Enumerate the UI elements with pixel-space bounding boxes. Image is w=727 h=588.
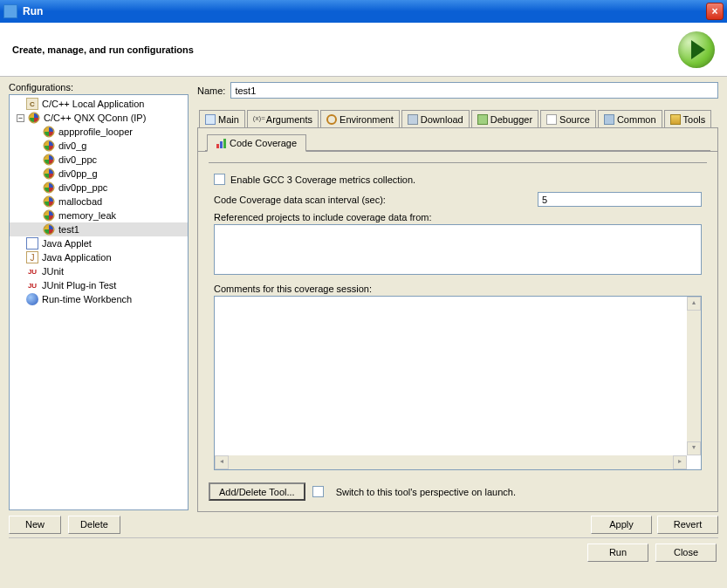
scroll-down-icon[interactable]: ▾	[687, 441, 701, 455]
revert-button[interactable]: Revert	[657, 516, 718, 534]
tool-icon	[670, 114, 681, 125]
tree-item-label: mallocbad	[58, 196, 102, 207]
tree-item-label: test1	[58, 224, 79, 235]
enable-coverage-checkbox[interactable]	[214, 174, 225, 185]
qnx-icon	[43, 223, 55, 236]
c-app-icon: C	[26, 98, 38, 110]
qnx-icon	[28, 112, 40, 124]
configurations-label: Configurations:	[9, 82, 189, 92]
junit-icon: JU	[26, 279, 38, 291]
tab-debugger[interactable]: Debugger	[471, 110, 538, 127]
tree-item[interactable]: −C/C++ QNX QConn (IP)	[10, 111, 188, 125]
qnx-icon	[43, 195, 55, 208]
delete-button[interactable]: Delete	[68, 516, 120, 534]
qnx-icon	[43, 181, 55, 194]
chart-icon	[216, 139, 226, 148]
tree-item[interactable]: div0_g	[10, 139, 188, 153]
tree-item-label: Java Application	[42, 252, 112, 263]
tree-item[interactable]: JUJUnit	[10, 264, 188, 278]
tree-item-label: div0_ppc	[58, 154, 97, 165]
arguments-icon: (x)=	[253, 114, 264, 125]
qnx-icon	[43, 140, 55, 152]
tree-item[interactable]: CC/C++ Local Application	[10, 97, 188, 111]
qnx-icon	[43, 154, 55, 166]
close-icon[interactable]: ×	[706, 3, 724, 20]
enable-coverage-label: Enable GCC 3 Coverage metrics collection…	[230, 174, 415, 185]
tab-label: Common	[617, 114, 656, 125]
qnx-icon	[43, 168, 55, 180]
tree-item[interactable]: JJava Application	[10, 250, 188, 264]
tab-source[interactable]: Source	[540, 110, 596, 127]
tree-item[interactable]: appprofile_looper	[10, 125, 188, 139]
tree-item-label: C/C++ QNX QConn (IP)	[44, 113, 146, 123]
tree-item-label: Run-time Workbench	[42, 294, 132, 304]
scroll-left-icon[interactable]: ◂	[215, 455, 229, 469]
tree-item[interactable]: div0pp_g	[10, 167, 188, 181]
tree-item-label: C/C++ Local Application	[42, 99, 144, 109]
header-text: Create, manage, and run configurations	[12, 44, 678, 55]
apply-button[interactable]: Apply	[591, 516, 652, 534]
tab-label: Source	[559, 114, 590, 125]
tree-item[interactable]: test1	[10, 222, 188, 236]
window-title: Run	[23, 5, 706, 17]
name-label: Name:	[197, 85, 225, 96]
switch-perspective-checkbox[interactable]	[312, 486, 324, 497]
collapse-icon[interactable]: −	[17, 114, 24, 122]
scroll-up-icon[interactable]: ▴	[687, 297, 701, 311]
tree-item[interactable]: Java Applet	[10, 236, 188, 250]
tree-item[interactable]: JUJUnit Plug-in Test	[10, 278, 188, 292]
tree-item-label: div0pp_ppc	[58, 182, 107, 193]
comments-textarea[interactable]: ▴ ▾ ◂ ▸	[214, 296, 702, 470]
tab-label: Arguments	[266, 114, 312, 125]
dialog-header: Create, manage, and run configurations	[0, 23, 727, 77]
com-icon	[604, 114, 614, 125]
run-icon	[678, 31, 715, 68]
title-bar: Run ×	[0, 0, 727, 23]
tree-item-label: appprofile_looper	[58, 126, 133, 137]
tree-item[interactable]: div0_ppc	[10, 153, 188, 167]
tab-download[interactable]: Download	[401, 110, 470, 127]
tree-item[interactable]: Run-time Workbench	[10, 292, 188, 306]
java-app-icon: J	[26, 251, 38, 263]
subtab-label: Code Coverage	[230, 138, 297, 148]
tab-label: Environment	[339, 114, 394, 125]
vertical-scrollbar[interactable]: ▴ ▾	[687, 297, 701, 455]
tab-bar: Main(x)=ArgumentsEnvironmentDownloadDebu…	[197, 109, 718, 128]
configurations-tree[interactable]: CC/C++ Local Application−C/C++ QNX QConn…	[9, 94, 189, 510]
new-button[interactable]: New	[9, 516, 61, 534]
tree-item-label: JUnit	[42, 266, 64, 277]
src-icon	[546, 114, 557, 125]
runtime-icon	[26, 293, 38, 305]
tab-common[interactable]: Common	[598, 110, 662, 127]
tab-content: Enable GCC 3 Coverage metrics collection…	[197, 152, 718, 512]
add-delete-tool-button[interactable]: Add/Delete Tool...	[209, 482, 305, 501]
tab-label: Download	[421, 114, 463, 125]
tree-item[interactable]: mallocbad	[10, 195, 188, 209]
referenced-projects-list[interactable]	[214, 224, 702, 275]
close-button[interactable]: Close	[655, 544, 717, 562]
tree-item-label: JUnit Plug-in Test	[42, 280, 116, 291]
tab-label: Main	[218, 114, 239, 125]
qnx-icon	[43, 126, 55, 138]
interval-input[interactable]	[538, 192, 702, 207]
tree-item-label: div0pp_g	[58, 168, 98, 179]
name-input[interactable]	[230, 82, 718, 99]
main-icon	[205, 114, 216, 125]
run-button[interactable]: Run	[587, 544, 648, 562]
tree-item-label: memory_leak	[58, 210, 116, 221]
scroll-right-icon[interactable]: ▸	[673, 455, 687, 469]
interval-label: Code Coverage data scan interval (sec):	[214, 195, 386, 205]
tab-code-coverage[interactable]: Code Coverage	[207, 134, 306, 152]
java-applet-icon	[26, 237, 38, 250]
tree-item[interactable]: div0pp_ppc	[10, 181, 188, 195]
junit-icon: JU	[26, 265, 38, 277]
tab-main[interactable]: Main	[199, 110, 245, 127]
tree-item[interactable]: memory_leak	[10, 209, 188, 222]
tab-tools[interactable]: Tools	[664, 110, 712, 127]
tree-item-label: div0_g	[58, 140, 86, 151]
environment-icon	[326, 114, 337, 125]
switch-perspective-label: Switch to this tool's perspective on lau…	[336, 487, 516, 497]
tab-environment[interactable]: Environment	[320, 110, 400, 127]
horizontal-scrollbar[interactable]: ◂ ▸	[215, 455, 687, 469]
tab-arguments[interactable]: (x)=Arguments	[247, 110, 319, 127]
